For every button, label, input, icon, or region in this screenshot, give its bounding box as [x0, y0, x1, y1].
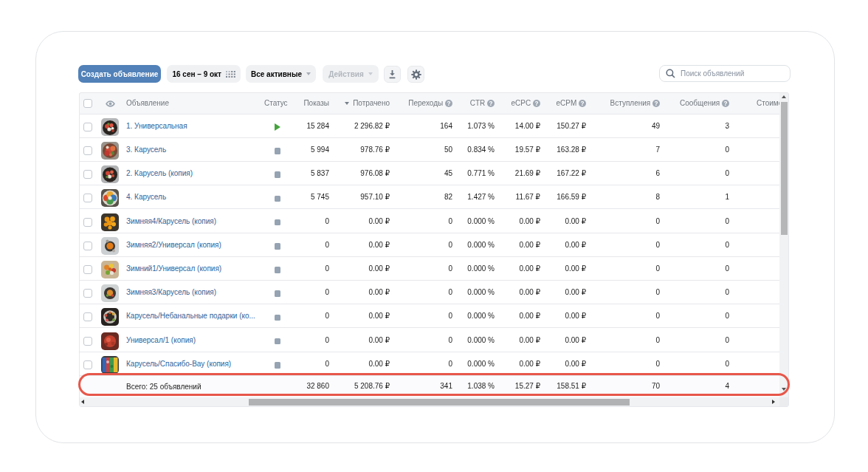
svg-text:?: ?	[447, 100, 450, 106]
svg-text:?: ?	[489, 100, 492, 106]
svg-text:?: ?	[723, 100, 727, 106]
svg-text:?: ?	[534, 100, 538, 106]
svg-text:?: ?	[580, 100, 584, 106]
svg-text:?: ?	[654, 100, 658, 106]
